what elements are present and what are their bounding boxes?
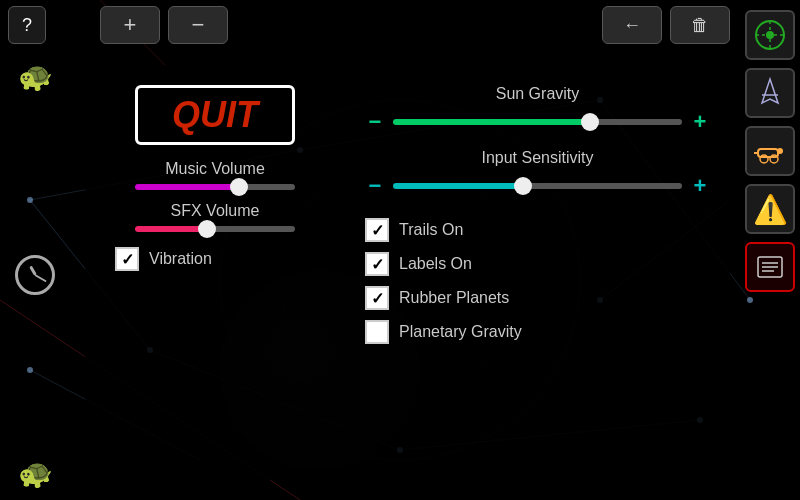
volume-section: Music Volume SFX Volume [105,160,325,232]
sfx-volume-track[interactable] [135,226,295,232]
sun-gravity-track-row: − + [365,109,710,135]
trails-checkbox[interactable] [365,218,389,242]
input-sensitivity-track[interactable] [393,183,682,189]
music-volume-label: Music Volume [165,160,265,178]
music-volume-track[interactable] [135,184,295,190]
sun-gravity-row: Sun Gravity − + [365,85,710,135]
sfx-volume-label: SFX Volume [171,202,260,220]
input-sensitivity-label: Input Sensitivity [481,149,593,167]
sun-gravity-track[interactable] [393,119,682,125]
orbital-icon [752,17,788,53]
input-sensitivity-row: Input Sensitivity − + [365,149,710,199]
left-panel: 🐢 🐢 [0,50,70,500]
settings-right-column: Sun Gravity − + Input Sensitivity − + [345,85,710,460]
sun-gravity-minus[interactable]: − [365,109,385,135]
planetary-gravity-row: Planetary Gravity [365,320,710,344]
warning-button[interactable]: ⚠️ [745,184,795,234]
back-arrow-icon: ← [623,15,641,36]
clock-icon [15,255,55,295]
delete-button[interactable]: 🗑 [670,6,730,44]
top-toolbar: ? + − ← 🗑 [0,0,800,50]
trails-row: Trails On [365,218,710,242]
quit-label: QUIT [172,94,258,136]
sfx-volume-thumb[interactable] [198,220,216,238]
input-sensitivity-track-row: − + [365,173,710,199]
planetary-gravity-label: Planetary Gravity [399,323,522,341]
question-mark-icon: ? [22,15,32,36]
orbital-button[interactable] [745,10,795,60]
log-icon [752,249,788,285]
vibration-row: Vibration [105,247,325,271]
sun-gravity-label: Sun Gravity [496,85,580,103]
rubber-planets-label: Rubber Planets [399,289,509,307]
labels-label: Labels On [399,255,472,273]
cannon-icon [752,133,788,169]
quit-button[interactable]: QUIT [135,85,295,145]
turtle-top-icon: 🐢 [18,60,53,93]
vibration-label: Vibration [149,250,212,268]
svg-point-28 [777,148,783,154]
settings-panel: QUIT Music Volume SFX Volume Vibration [85,65,730,480]
music-volume-thumb[interactable] [230,178,248,196]
back-button[interactable]: ← [602,6,662,44]
sun-gravity-thumb[interactable] [581,113,599,131]
sfx-volume-row: SFX Volume [105,202,325,232]
plus-icon: + [124,12,137,38]
music-volume-row: Music Volume [105,160,325,190]
remove-button[interactable]: − [168,6,228,44]
help-button[interactable]: ? [8,6,46,44]
cannon-button[interactable] [745,126,795,176]
trails-label: Trails On [399,221,463,239]
rubber-planets-row: Rubber Planets [365,286,710,310]
labels-row: Labels On [365,252,710,276]
input-sensitivity-minus[interactable]: − [365,173,385,199]
turtle-bottom-icon: 🐢 [18,457,53,490]
trash-icon: 🗑 [691,15,709,36]
minus-icon: − [192,12,205,38]
sun-gravity-plus[interactable]: + [690,109,710,135]
labels-checkbox[interactable] [365,252,389,276]
ship-button[interactable] [745,68,795,118]
input-sensitivity-thumb[interactable] [514,177,532,195]
svg-marker-25 [762,79,778,103]
warning-icon: ⚠️ [753,193,788,226]
ship-icon [752,75,788,111]
planetary-gravity-checkbox[interactable] [365,320,389,344]
input-sensitivity-plus[interactable]: + [690,173,710,199]
vibration-checkbox[interactable] [115,247,139,271]
add-button[interactable]: + [100,6,160,44]
toggle-options: Trails On Labels On Rubber Planets Plane… [365,218,710,344]
settings-left-column: QUIT Music Volume SFX Volume Vibration [105,85,345,460]
log-button[interactable] [745,242,795,292]
right-sidebar: ⚠️ [740,0,800,500]
rubber-planets-checkbox[interactable] [365,286,389,310]
